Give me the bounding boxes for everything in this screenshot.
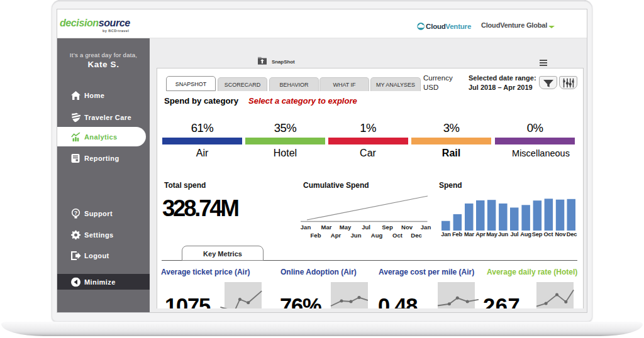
svg-text:Cloud: Cloud bbox=[426, 23, 446, 30]
svg-text:?: ? bbox=[74, 210, 78, 216]
svg-text:Venture: Venture bbox=[445, 23, 471, 30]
